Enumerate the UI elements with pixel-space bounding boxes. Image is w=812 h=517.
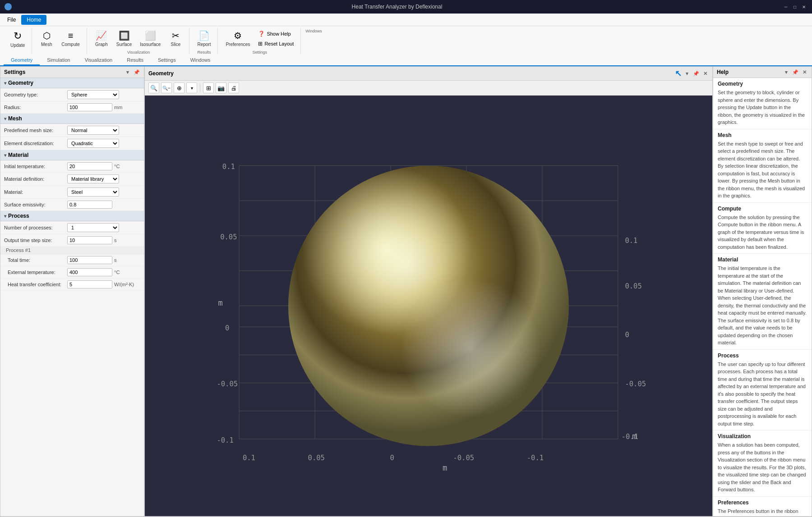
restore-button[interactable]: □ — [791, 3, 798, 10]
tab-settings[interactable]: Settings — [151, 55, 183, 65]
report-button[interactable]: 📄 Report — [194, 28, 214, 49]
preferences-icon: ⚙ — [234, 30, 242, 41]
help-section-5: Visualization When a solution has been c… — [713, 430, 812, 497]
screenshot-button[interactable]: 📷 — [216, 82, 226, 93]
minimize-button[interactable]: ─ — [782, 3, 789, 10]
slice-button[interactable]: ✂ Slice — [166, 28, 185, 49]
mesh-size-select[interactable]: Coarse Normal Fine — [67, 126, 119, 135]
update-button[interactable]: ↻ Update — [7, 28, 28, 50]
help-panel-title: Help — [717, 69, 729, 75]
heat-transfer-input[interactable] — [67, 280, 112, 288]
geometry-type-select[interactable]: Sphere Block Cylinder — [67, 90, 119, 99]
tab-visualization[interactable]: Visualization — [78, 55, 120, 65]
zoom-menu-button[interactable]: ▾ — [186, 82, 197, 93]
geometry-pin-button[interactable]: ▾ — [683, 70, 691, 77]
viz-buttons: 📈 Graph 🔲 Surface ⬜ Isosurface ✂ Slice — [92, 28, 186, 49]
mesh-button[interactable]: ⬡ Mesh — [37, 28, 56, 49]
help-section-text-3: The initial temperature is the temperatu… — [718, 265, 807, 347]
mesh-section-header[interactable]: ▾ Mesh — [0, 114, 144, 124]
settings-pin-icon[interactable]: 📌 — [133, 69, 140, 76]
reset-layout-icon: ⊞ — [258, 41, 263, 47]
material-select[interactable]: Steel Aluminum Copper — [67, 188, 119, 197]
close-button[interactable]: ✕ — [800, 3, 807, 10]
geometry-section-header[interactable]: ▾ Geometry — [0, 78, 144, 88]
geometry-section-title: Geometry — [8, 80, 33, 86]
ext-temp-value: °C — [67, 268, 140, 276]
help-section-text-0: Set the geometry to block, cylinder or s… — [718, 89, 807, 126]
results-buttons: 📄 Report — [194, 28, 214, 49]
total-time-row: Total time: s — [0, 254, 144, 266]
discretization-select[interactable]: Linear Quadratic — [67, 139, 119, 148]
report-icon: 📄 — [198, 30, 210, 41]
mesh-size-value: Coarse Normal Fine — [67, 126, 140, 135]
material-def-row: Material definition: Material library Us… — [0, 173, 144, 186]
ribbon-group-settings: ⚙ Preferences ❓ Show Help ⊞ Reset Layout… — [219, 28, 301, 55]
reset-layout-button[interactable]: ⊞ Reset Layout — [255, 39, 297, 48]
process-sub-label: Process #1 — [0, 247, 144, 254]
zoom-out-button[interactable]: 🔍− — [161, 82, 172, 93]
compute-button[interactable]: ≡ Compute — [58, 28, 83, 49]
tab-windows[interactable]: Windows — [183, 55, 218, 65]
discretization-label: Element discretization: — [4, 141, 67, 146]
graph-button[interactable]: 📈 Graph — [92, 28, 111, 49]
geometry-panel-title: Geometry — [148, 70, 174, 77]
material-row: Material: Steel Aluminum Copper — [0, 186, 144, 199]
radius-unit: mm — [114, 105, 122, 110]
geometry-close-button[interactable]: ✕ — [701, 70, 709, 77]
preferences-label: Preferences — [226, 42, 250, 47]
init-temp-value: °C — [67, 162, 140, 170]
init-temp-label: Initial temperature: — [4, 164, 67, 169]
radius-input[interactable] — [67, 103, 112, 111]
z-label-minus0.05: -0.05 — [625, 380, 646, 388]
process-section-header[interactable]: ▾ Process — [0, 211, 144, 221]
geometry-pin-icon[interactable]: 📌 — [692, 70, 700, 77]
help-panel: Help ▾ 📌 ✕ Geometry Set the geometry to … — [713, 66, 812, 517]
help-section-title-5: Visualization — [718, 433, 807, 439]
num-processes-select[interactable]: 1 2 3 4 — [67, 223, 119, 232]
material-section-header[interactable]: ▾ Material — [0, 150, 144, 160]
help-section-text-1: Set the mesh type to swept or free and s… — [718, 140, 807, 200]
settings-panel-title: Settings — [4, 69, 25, 75]
material-def-select[interactable]: Material library User-defined — [67, 174, 119, 183]
output-step-input[interactable] — [67, 236, 112, 244]
grid-button[interactable]: ⊞ — [203, 82, 214, 93]
update-buttons: ↻ Update — [7, 28, 28, 50]
ext-temp-input[interactable] — [67, 268, 112, 276]
show-help-button[interactable]: ❓ Show Help — [255, 29, 297, 38]
title-bar-left — [5, 3, 12, 10]
surface-button[interactable]: 🔲 Surface — [113, 28, 135, 49]
geometry-panel-header: Geometry ↖ ▾ 📌 ✕ — [145, 67, 712, 81]
show-help-label: Show Help — [267, 31, 291, 37]
viewport[interactable]: m m m 0.1 0.05 0 -0.05 -0.1 0.1 0.05 0 -… — [145, 96, 712, 516]
emissivity-input[interactable] — [67, 201, 112, 209]
mesh-buttons: ⬡ Mesh ≡ Compute — [37, 28, 83, 49]
z-label-0.1: 0.1 — [625, 237, 637, 245]
isosurface-button[interactable]: ⬜ Isosurface — [137, 28, 164, 49]
help-close-button[interactable]: ✕ — [801, 69, 808, 76]
slice-label: Slice — [171, 42, 181, 47]
help-panel-header: Help ▾ 📌 ✕ — [713, 67, 812, 78]
settings-panel-header: Settings ▾ 📌 — [0, 67, 144, 78]
total-time-input[interactable] — [67, 256, 112, 264]
help-pin-button[interactable]: ▾ — [783, 69, 790, 76]
help-pin-icon[interactable]: 📌 — [792, 69, 799, 76]
settings-pin-button[interactable]: ▾ — [124, 69, 131, 76]
tab-simulation[interactable]: Simulation — [40, 55, 77, 65]
geometry-collapse-icon: ▾ — [4, 81, 6, 86]
cursor-icon[interactable]: ↖ — [675, 69, 682, 78]
viz-group-label: Visualization — [127, 50, 150, 55]
init-temp-input[interactable] — [67, 162, 112, 170]
print-button[interactable]: 🖨 — [228, 82, 239, 93]
help-section-title-4: Process — [718, 352, 807, 359]
tab-results[interactable]: Results — [120, 55, 151, 65]
menu-home[interactable]: Home — [21, 15, 46, 25]
help-sections: Geometry Set the geometry to block, cyli… — [713, 78, 812, 517]
ext-temp-unit: °C — [114, 270, 120, 275]
menu-file[interactable]: File — [2, 15, 21, 25]
preferences-button[interactable]: ⚙ Preferences — [222, 28, 253, 49]
zoom-in-button[interactable]: 🔍 — [148, 82, 159, 93]
help-section-title-0: Geometry — [718, 81, 807, 87]
tab-geometry[interactable]: Geometry — [4, 55, 40, 65]
help-section-0: Geometry Set the geometry to block, cyli… — [713, 78, 812, 129]
zoom-fit-button[interactable]: ⊕ — [174, 82, 185, 93]
